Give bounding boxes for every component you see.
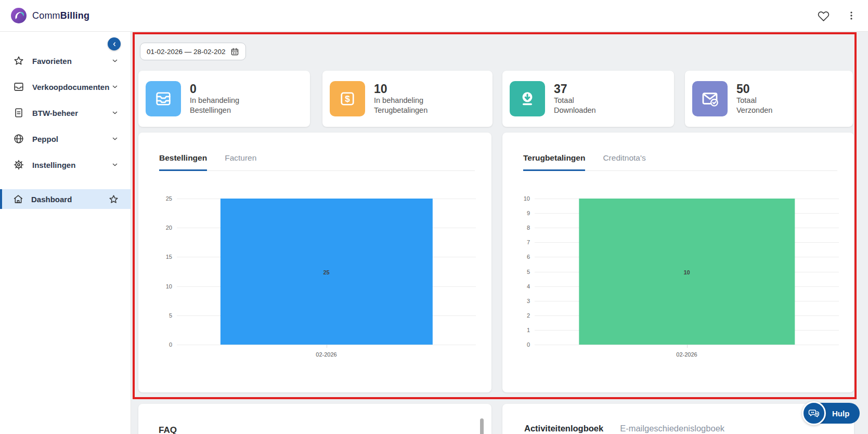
sidebar-item-btw-beheer[interactable]: BTW-beheer bbox=[0, 101, 131, 124]
commbilling-logo-icon bbox=[10, 7, 27, 24]
chevron-down-icon bbox=[111, 57, 119, 65]
inbox-icon bbox=[12, 81, 25, 93]
activity-log-card: Activiteitenlogboek E-mailgeschiedenislo… bbox=[502, 404, 854, 434]
sidebar: Favorieten Verkoopdocumenten bbox=[0, 32, 131, 434]
stat-card-total-downloads: 37 TotaalDownloaden bbox=[502, 71, 674, 127]
app-header: CommBilling bbox=[0, 0, 868, 32]
refunds-chart-card: Terugbetalingen Creditnota's 01234567891… bbox=[502, 133, 854, 392]
stat-card-pending-orders: 0 In behandelingBestellingen bbox=[138, 71, 310, 127]
download-icon bbox=[510, 81, 545, 116]
stat-value: 50 bbox=[736, 82, 772, 96]
stat-label: TotaalVerzonden bbox=[736, 96, 772, 115]
stat-card-pending-refunds: $ 10 In behandelingTerugbetalingen bbox=[322, 71, 493, 127]
stat-value: 10 bbox=[374, 82, 427, 96]
sidebar-item-label: BTW-beheer bbox=[32, 109, 78, 117]
dashboard-main: 01-02-2026 — 28-02-202 0 In behandelingB… bbox=[131, 32, 868, 434]
sidebar-item-label: Peppol bbox=[32, 135, 58, 143]
document-icon bbox=[12, 107, 25, 119]
stat-label: In behandelingBestellingen bbox=[190, 96, 239, 115]
sidebar-item-favorieten[interactable]: Favorieten bbox=[0, 49, 131, 72]
heart-icon[interactable] bbox=[816, 8, 831, 23]
stat-label: In behandelingTerugbetalingen bbox=[374, 96, 427, 115]
sidebar-item-dashboard[interactable]: Dashboard bbox=[0, 189, 131, 209]
mail-check-icon bbox=[692, 81, 728, 116]
sidebar-item-label: Verkoopdocumenten bbox=[32, 83, 109, 91]
date-range-picker[interactable]: 01-02-2026 — 28-02-202 bbox=[140, 43, 246, 60]
chevron-down-icon bbox=[111, 83, 119, 91]
tab-emailgeschiedenislogboek[interactable]: E-mailgeschiedenislogboek bbox=[620, 424, 724, 433]
sidebar-item-instellingen[interactable]: Instellingen bbox=[0, 153, 131, 176]
orders-bar-chart: 05101520252502-2026 bbox=[177, 199, 476, 345]
stat-label: TotaalDownloaden bbox=[554, 96, 596, 115]
tab-activiteitenlogboek[interactable]: Activiteitenlogboek bbox=[524, 424, 603, 433]
gear-icon bbox=[12, 159, 25, 170]
sidebar-collapse-button[interactable] bbox=[108, 37, 121, 50]
favorite-star-icon[interactable] bbox=[108, 194, 119, 205]
tab-creditnotas[interactable]: Creditnota's bbox=[603, 153, 645, 170]
stat-card-total-sent: 50 TotaalVerzonden bbox=[685, 71, 853, 127]
chat-icon bbox=[802, 401, 826, 425]
kebab-menu-icon[interactable] bbox=[844, 8, 859, 23]
sidebar-item-verkoopdocumenten[interactable]: Verkoopdocumenten bbox=[0, 75, 131, 98]
date-range-value: 01-02-2026 — 28-02-202 bbox=[147, 48, 226, 56]
globe-icon bbox=[12, 133, 25, 144]
faq-card: FAQ bbox=[138, 404, 491, 434]
sidebar-item-label: Instellingen bbox=[32, 161, 75, 169]
star-icon bbox=[12, 55, 25, 67]
chevron-down-icon bbox=[111, 161, 119, 169]
faq-title: FAQ bbox=[159, 425, 177, 434]
sidebar-item-peppol[interactable]: Peppol bbox=[0, 127, 131, 150]
home-icon bbox=[12, 193, 24, 205]
chevron-down-icon bbox=[111, 109, 119, 117]
orders-chart-card: Bestellingen Facturen 05101520252502-202… bbox=[138, 133, 491, 392]
brand-name: CommBilling bbox=[32, 10, 89, 21]
sidebar-item-label: Dashboard bbox=[31, 195, 72, 204]
help-button-label: Hulp bbox=[832, 409, 849, 418]
brand-logo[interactable]: CommBilling bbox=[10, 7, 89, 24]
help-button[interactable]: Hulp bbox=[802, 401, 860, 425]
faq-scrollbar[interactable] bbox=[480, 418, 484, 434]
dollar-icon: $ bbox=[330, 81, 365, 116]
tab-bestellingen[interactable]: Bestellingen bbox=[159, 153, 207, 171]
archive-icon bbox=[146, 81, 181, 116]
tab-facturen[interactable]: Facturen bbox=[225, 153, 256, 170]
svg-text:$: $ bbox=[345, 94, 350, 104]
stat-value: 37 bbox=[554, 82, 596, 96]
tab-terugbetalingen[interactable]: Terugbetalingen bbox=[523, 153, 585, 171]
stat-value: 0 bbox=[190, 82, 239, 96]
sidebar-item-label: Favorieten bbox=[32, 57, 72, 65]
refunds-bar-chart: 0123456789101002-2026 bbox=[535, 199, 839, 345]
calendar-icon bbox=[230, 47, 239, 56]
chevron-down-icon bbox=[111, 135, 119, 143]
